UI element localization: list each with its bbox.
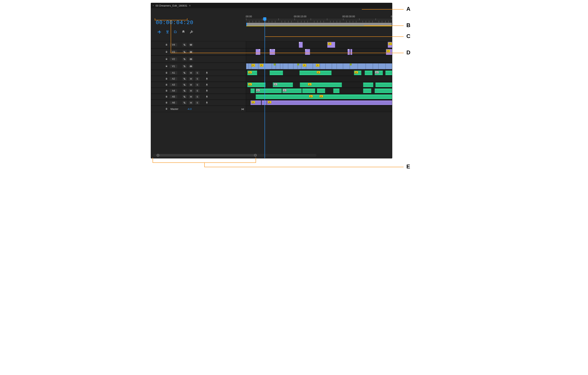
lock-icon[interactable] [165, 51, 168, 54]
lock-icon[interactable] [165, 77, 168, 80]
voiceover-record-icon[interactable] [205, 83, 209, 86]
mute-button[interactable]: M [189, 101, 193, 105]
work-area-bar[interactable] [246, 22, 392, 26]
audio-clip[interactable]: fx [273, 82, 293, 87]
lock-icon[interactable] [165, 101, 168, 104]
lock-icon[interactable] [165, 65, 168, 68]
lock-icon[interactable] [165, 89, 168, 92]
track-name[interactable]: V4 [170, 43, 177, 46]
sync-lock-icon[interactable] [182, 101, 187, 105]
audio-clip[interactable] [363, 88, 371, 93]
sync-lock-icon[interactable] [182, 57, 187, 61]
clip-marker-icon[interactable] [297, 63, 299, 65]
sync-lock-icon[interactable] [182, 43, 187, 47]
mute-button[interactable]: M [189, 83, 193, 86]
audio-clip[interactable] [375, 88, 392, 93]
sync-lock-icon[interactable] [182, 89, 187, 93]
track-header[interactable]: V1 [151, 63, 246, 70]
video-clip[interactable] [305, 49, 310, 55]
video-clip[interactable] [299, 42, 303, 48]
video-clip[interactable]: fxfxfxfx [246, 63, 392, 69]
lock-icon[interactable] [165, 95, 168, 98]
track-name[interactable]: A2 [170, 77, 177, 80]
toggle-track-output-icon[interactable] [189, 57, 193, 61]
video-clip[interactable] [256, 49, 260, 55]
lock-icon[interactable] [165, 83, 168, 86]
audio-clip[interactable] [317, 88, 325, 93]
track-header[interactable]: Master-4.0 [151, 106, 246, 112]
video-clip[interactable]: fx [327, 42, 335, 48]
track-lane[interactable] [246, 56, 392, 63]
zoom-handle-right[interactable] [254, 154, 257, 157]
track-header[interactable]: A3MS [151, 82, 246, 87]
track-name[interactable]: V2 [170, 57, 177, 61]
voiceover-record-icon[interactable] [205, 77, 209, 81]
voiceover-record-icon[interactable] [205, 71, 209, 75]
solo-button[interactable]: S [195, 101, 200, 105]
video-clip[interactable] [270, 49, 275, 55]
audio-clip[interactable] [363, 82, 373, 87]
audio-clip[interactable] [333, 88, 340, 93]
close-icon[interactable]: × [153, 4, 154, 7]
sync-lock-icon[interactable] [182, 64, 187, 68]
playhead-handle[interactable] [263, 17, 266, 21]
track-header[interactable]: A1MS [151, 70, 246, 76]
track-header[interactable]: A2MS [151, 76, 246, 82]
track-header[interactable]: A6MS [151, 100, 246, 106]
clip-marker-icon[interactable] [350, 63, 352, 65]
track-name[interactable]: V3 [170, 50, 177, 54]
lock-icon[interactable] [165, 107, 168, 110]
track-lane[interactable]: fxfx [246, 100, 392, 106]
track-name[interactable]: A1 [170, 71, 177, 75]
lock-icon[interactable] [165, 43, 168, 46]
toggle-track-output-icon[interactable] [189, 50, 193, 54]
track-lane[interactable]: fxfxfxfx [246, 63, 392, 70]
track-lane[interactable] [246, 76, 392, 82]
track-header[interactable]: V3 [151, 49, 246, 55]
mute-button[interactable]: M [189, 77, 193, 81]
video-clip[interactable] [350, 49, 352, 55]
track-header[interactable]: A4MS [151, 88, 246, 94]
track-lane[interactable]: fxfxfxfx [246, 70, 392, 76]
audio-clip[interactable]: fx [267, 100, 392, 105]
audio-clip[interactable]: fx [299, 70, 332, 75]
sync-lock-icon[interactable] [182, 71, 187, 75]
track-lane[interactable]: fxfx [246, 88, 392, 94]
playhead[interactable] [264, 18, 265, 158]
video-clip[interactable] [347, 49, 350, 55]
audio-clip[interactable]: fx [300, 82, 342, 87]
audio-clip[interactable] [262, 100, 267, 105]
lock-icon[interactable] [165, 58, 168, 61]
clip-marker-icon[interactable] [274, 63, 276, 65]
track-name[interactable]: A3 [170, 83, 177, 86]
solo-button[interactable]: S [195, 89, 200, 93]
video-clip[interactable]: fx [386, 49, 392, 55]
toggle-track-output-icon[interactable] [189, 43, 193, 47]
track-name[interactable]: V1 [170, 65, 177, 68]
solo-button[interactable]: S [195, 83, 200, 86]
current-timecode[interactable]: 00:00:04:20 [156, 20, 193, 26]
nest-icon[interactable] [157, 30, 162, 34]
audio-clip[interactable] [251, 88, 255, 93]
audio-clip[interactable] [270, 70, 283, 75]
sync-lock-icon[interactable] [182, 50, 187, 54]
mute-button[interactable]: M [189, 95, 193, 98]
track-lane[interactable]: fxfxfx [246, 82, 392, 87]
audio-clip[interactable] [302, 88, 315, 93]
track-name[interactable]: A4 [170, 89, 177, 92]
track-header[interactable]: V4 [151, 41, 246, 48]
track-lane[interactable]: fx [246, 49, 392, 55]
track-header[interactable]: A5MS [151, 94, 246, 99]
audio-clip[interactable]: fx [247, 70, 257, 75]
mute-button[interactable]: M [189, 71, 193, 75]
sync-lock-icon[interactable] [182, 95, 187, 98]
lock-icon[interactable] [165, 71, 168, 75]
audio-clip[interactable]: fx [247, 82, 266, 87]
collapse-icon[interactable]: ⋈ [241, 107, 244, 111]
audio-clip[interactable]: fx [282, 88, 302, 93]
audio-clip[interactable]: fx [354, 70, 361, 75]
time-ruler[interactable]: :00:0000:00:15:0000:00:30:0000:00:4 [246, 18, 392, 23]
zoom-handle-left[interactable] [157, 154, 159, 157]
voiceover-record-icon[interactable] [205, 89, 209, 93]
sync-lock-icon[interactable] [182, 83, 187, 86]
